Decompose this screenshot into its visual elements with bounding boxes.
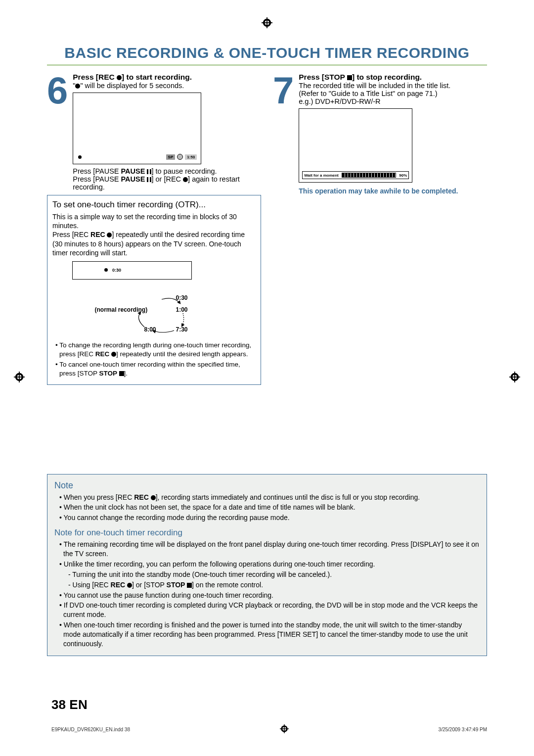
- record-icon: [75, 84, 80, 89]
- text: ].: [124, 370, 128, 377]
- text: ] to start recording.: [122, 73, 192, 81]
- text: To cancel one-touch timer recording with…: [59, 361, 240, 377]
- note-s2a: Turning the unit into the standby mode (…: [68, 570, 480, 579]
- cycle-100: 1:00: [176, 306, 188, 314]
- wait-label: Wait for a moment: [304, 173, 338, 178]
- otr-bullet-1: To change the recording length during on…: [55, 341, 256, 358]
- text: The remaining recording time will be dis…: [63, 540, 479, 558]
- page-title: BASIC RECORDING & ONE-TOUCH TIMER RECORD…: [47, 45, 487, 66]
- stop-icon: [187, 583, 192, 588]
- step-7-l3: e.g.) DVD+R/DVD-RW/-R: [299, 97, 487, 105]
- stop-icon: [347, 75, 352, 80]
- disc-icon: [177, 154, 183, 160]
- otr-title: To set one-touch timer recording (OTR)..…: [52, 199, 256, 210]
- text: ] to pause recording.: [151, 167, 217, 175]
- text: Using [REC: [73, 581, 111, 589]
- note-n1: When you press [REC REC ], recording sta…: [59, 493, 480, 502]
- text: " will be displayed for 5 seconds.: [80, 82, 184, 90]
- text: ] on the remote control.: [192, 581, 263, 589]
- sub-note-title: Note for one-touch timer recording: [54, 527, 480, 539]
- note-s2: Unlike the timer recording, you can perf…: [59, 560, 480, 590]
- text: ] or [STOP: [132, 581, 167, 589]
- step-6: 6 Press [REC ] to start recording. "" wi…: [47, 73, 261, 191]
- step-6-number: 6: [47, 76, 68, 191]
- step-7-number: 7: [273, 76, 294, 195]
- text: Unlike the timer recording, you can perf…: [64, 560, 375, 568]
- otr-p2: Press [REC REC ] repeatedly until the de…: [52, 230, 256, 257]
- record-icon: [127, 583, 132, 588]
- record-icon: [117, 75, 122, 80]
- progress-pct: 90%: [399, 173, 407, 178]
- progress-bar: [342, 173, 397, 178]
- cycle-normal: (normal recording): [95, 306, 148, 314]
- otr-box: To set one-touch timer recording (OTR)..…: [47, 195, 261, 385]
- text: ], recording starts immediately and cont…: [156, 493, 420, 501]
- step-6-heading: Press [REC ] to start recording.: [73, 73, 261, 82]
- page-number: 38: [51, 697, 66, 712]
- note-n3: You cannot change the recording mode dur…: [59, 513, 480, 522]
- record-dot-icon: [78, 155, 82, 159]
- cycle-diagram: (normal recording) 0:30 1:00 7:30 8:00: [95, 284, 214, 338]
- stop-icon: [119, 371, 124, 376]
- text: Press [PAUSE: [73, 167, 121, 175]
- note-title: Note: [54, 479, 480, 491]
- text: Press [PAUSE: [73, 175, 121, 183]
- screen-preview-6: SP 1:53: [73, 93, 201, 164]
- sp-chip: SP: [166, 154, 176, 160]
- note-s3: You cannot use the pause function during…: [59, 591, 480, 600]
- crop-mark-bottom-icon: [280, 724, 289, 734]
- otr-inner-time: 0:30: [112, 268, 121, 274]
- text: ] to stop recording.: [352, 73, 422, 81]
- note-s4: If DVD one-touch timer recording is comp…: [59, 601, 480, 619]
- pause-label: PAUSE: [121, 167, 147, 175]
- step-7-l1: The recorded title will be included in t…: [299, 82, 487, 90]
- text: ] or [REC: [151, 175, 183, 183]
- record-icon: [107, 233, 112, 237]
- right-column: 7 Press [STOP ] to stop recording. The r…: [273, 73, 487, 385]
- file-path: E9PKAUD_DVR620KU_EN.indd 38: [51, 727, 130, 732]
- cycle-730: 7:30: [176, 326, 188, 334]
- step-7: 7 Press [STOP ] to stop recording. The r…: [273, 73, 487, 195]
- text: ] repeatedly until the desired length ap…: [116, 350, 248, 358]
- record-dot-icon: [104, 268, 108, 272]
- otr-inner-screen: 0:30: [72, 261, 192, 280]
- warning-text: This operation may take awhile to be com…: [299, 187, 487, 195]
- note-s1: The remaining recording time will be dis…: [59, 540, 480, 559]
- page-footer: 38 EN: [51, 697, 88, 712]
- note-n2: When the unit clock has not been set, th…: [59, 503, 480, 512]
- otr-bullets: To change the recording length during on…: [52, 341, 256, 378]
- pause-instruction: Press [PAUSE PAUSE ] to pause recording.: [73, 167, 261, 175]
- note-s5: When one-touch timer recording is finish…: [59, 620, 480, 649]
- pause-icon: [147, 169, 151, 174]
- cycle-800: 8:00: [144, 326, 156, 334]
- svg-rect-15: [280, 728, 289, 729]
- record-icon: [151, 495, 156, 500]
- left-column: 6 Press [REC ] to start recording. "" wi…: [47, 73, 261, 385]
- page-lang: EN: [69, 697, 88, 712]
- step-6-line2: "" will be displayed for 5 seconds.: [73, 82, 261, 90]
- step-7-l2: (Refer to "Guide to a Title List" on pag…: [299, 90, 487, 97]
- text: When you press [REC: [64, 493, 134, 501]
- note-box: Note When you press [REC REC ], recordin…: [47, 474, 487, 656]
- file-date: 3/25/2009 3:47:49 PM: [439, 727, 487, 732]
- record-icon: [183, 177, 188, 182]
- step-7-heading: Press [STOP ] to stop recording.: [299, 73, 487, 82]
- note-s2b: Using [REC REC ] or [STOP STOP ] on the …: [68, 580, 480, 590]
- text: Press [STOP: [299, 73, 347, 81]
- record-icon: [111, 352, 116, 357]
- otr-p1: This is a simple way to set the recordin…: [52, 212, 256, 230]
- text: Press [REC: [73, 73, 117, 81]
- time-chip: 1:53: [185, 154, 197, 160]
- pause-icon: [147, 177, 151, 182]
- screen-preview-7: Wait for a moment 90%: [299, 108, 412, 183]
- text: Press [REC: [52, 231, 90, 238]
- restart-instruction: Press [PAUSE PAUSE ] or [REC ] again to …: [73, 175, 261, 191]
- cycle-030: 0:30: [176, 294, 188, 302]
- otr-bullet-2: To cancel one-touch timer recording with…: [55, 360, 256, 378]
